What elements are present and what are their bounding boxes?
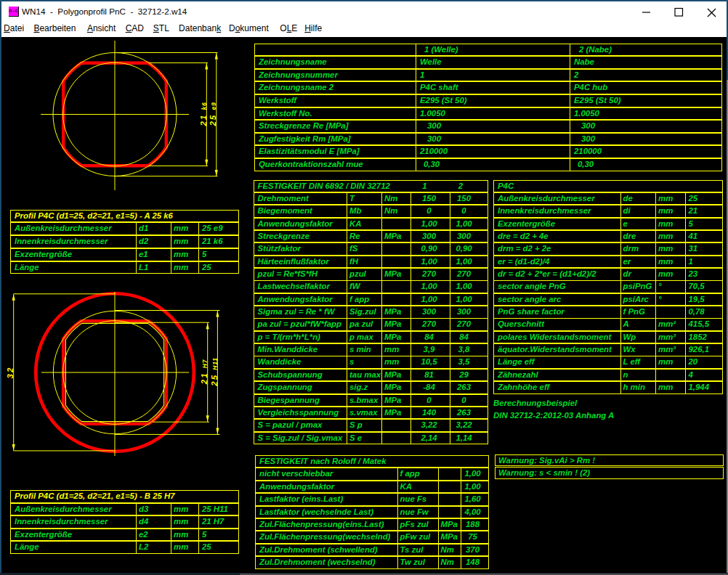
svg-text:21 k6: 21 k6	[199, 102, 208, 126]
svg-text:25 H11: 25 H11	[210, 357, 219, 386]
svg-text:21 H7: 21 H7	[200, 359, 209, 385]
svg-text:32: 32	[6, 367, 15, 379]
svg-text:25 e9: 25 e9	[209, 102, 217, 126]
